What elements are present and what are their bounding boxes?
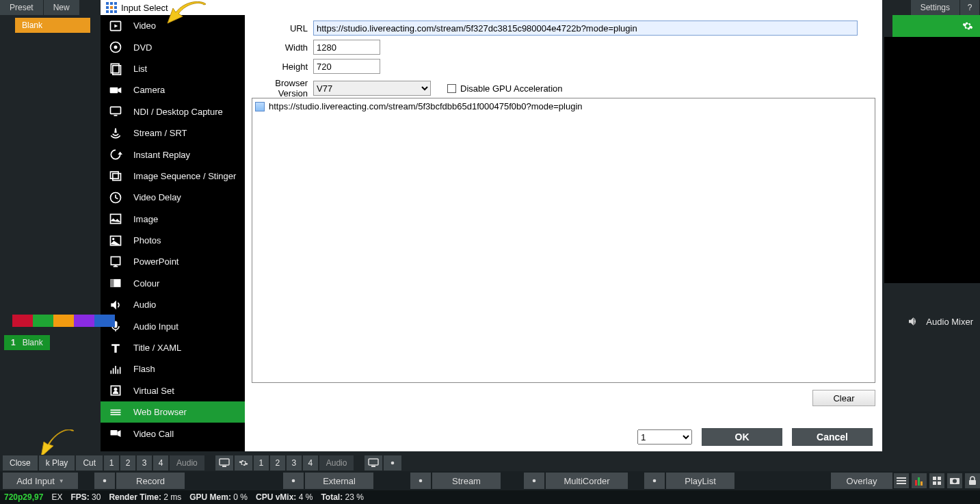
playlist-button[interactable]: PlayList [666,473,734,489]
audio-tab-2[interactable]: Audio [319,455,354,470]
stream-gear[interactable] [410,473,431,489]
sidebar-item-stream-srt[interactable]: Stream / SRT [101,122,245,144]
color-swatch[interactable] [94,315,115,327]
sidebar-item-video[interactable]: Video [101,15,245,36]
quickplay-tab[interactable]: k Play [39,455,75,470]
sidebar-item-ndi-desktop-capture[interactable]: NDI / Desktop Capture [101,101,245,122]
input-chip-1[interactable]: 1 Blank [4,335,50,350]
color-swatch[interactable] [33,315,53,327]
sidebar-item-video-delay[interactable]: Video Delay [101,187,245,208]
height-input[interactable] [313,59,380,74]
dialog-title: Input Select [106,2,168,13]
svg-rect-58 [938,481,941,485]
clear-button[interactable]: Clear [812,390,875,406]
history-listbox[interactable]: https://studio.livereacting.com/stream/5… [252,98,875,383]
sidebar-item-video-call[interactable]: Video Call [101,423,245,444]
stream-button[interactable]: Stream [432,473,501,489]
width-label: Width [252,42,313,53]
url-input[interactable] [313,21,858,36]
history-item[interactable]: https://studio.livereacting.com/stream/5… [255,101,872,111]
svg-rect-31 [115,366,116,374]
sidebar-item-powerpoint[interactable]: PowerPoint [101,251,245,272]
preset-blank-chip[interactable]: Blank [15,18,90,33]
sidebar-item-image[interactable]: Image [101,209,245,230]
overlay-3[interactable]: 3 [287,455,302,470]
monitor-icon-slot-2[interactable] [365,455,382,470]
color-swatch[interactable] [74,315,94,327]
audio-tab[interactable]: Audio [170,455,204,470]
audio-mixer-button[interactable]: Audio Mixer [907,313,980,330]
sidebar-item-camera[interactable]: Camera [101,79,245,101]
sidebar-item-colour[interactable]: Colour [101,273,245,294]
sidebar-item-audio[interactable]: Audio [101,294,245,315]
help-button[interactable]: ? [960,0,979,15]
sidebar-item-list[interactable]: List [101,58,245,79]
list-icon [107,61,124,76]
list-icon[interactable] [894,473,909,488]
add-input-button[interactable]: Add Input [3,473,78,489]
svg-rect-18 [113,174,121,181]
sidebar-item-photos[interactable]: Photos [101,230,245,251]
grid-icon[interactable] [929,473,944,488]
sidebar-item-web-browser[interactable]: Web Browser [101,401,245,423]
record-gear[interactable] [94,473,115,489]
color-swatch[interactable] [12,315,33,327]
sidebar-item-dvd[interactable]: DVD [101,36,245,57]
playlist-gear[interactable] [644,473,665,489]
external-button[interactable]: External [305,473,373,489]
gear-icon-slot-2[interactable] [384,455,401,470]
ok-button[interactable]: OK [702,428,782,446]
svg-rect-43 [371,466,375,467]
overlay-button[interactable]: Overlay [831,473,892,489]
multicorder-gear[interactable] [524,473,544,489]
sidebar-item-virtual-set[interactable]: Virtual Set [101,380,245,401]
output-gear-bar[interactable] [892,15,980,37]
overlay-1[interactable]: 1 [254,455,269,470]
external-gear[interactable] [283,473,304,489]
cut-tab[interactable]: Cut [76,455,103,470]
sidebar-item-flash[interactable]: Flash [101,358,245,380]
sidebar-item-instant-replay[interactable]: Instant Replay [101,144,245,165]
svg-point-35 [114,388,118,391]
svg-rect-32 [118,369,119,374]
svg-rect-14 [110,88,118,93]
gear-icon [100,476,109,486]
speaker-icon [907,315,919,328]
title-xaml-icon [107,341,124,356]
number-select[interactable]: 1 [637,429,692,445]
multicorder-button[interactable]: MultiCorder [546,473,628,489]
gear-icon [416,476,425,486]
dvd-icon [107,40,124,55]
overlay-4[interactable]: 4 [303,455,318,470]
disable-gpu-checkbox[interactable]: Disable GPU Acceleration [447,83,563,94]
checkbox-box-icon [447,84,456,93]
width-input[interactable] [313,40,380,55]
settings-button[interactable]: Settings [911,0,959,15]
browser-version-select[interactable]: V77 [313,81,431,96]
close-tab[interactable]: Close [3,455,38,470]
lock-icon[interactable] [965,473,980,488]
sidebar-item-image-sequence-stinger[interactable]: Image Sequence / Stinger [101,165,245,187]
gear-icon-slot[interactable] [235,455,252,470]
svg-point-44 [103,479,107,483]
sidebar-item-title-xaml[interactable]: Title / XAML [101,337,245,358]
overlay-3[interactable]: 3 [137,455,152,470]
overlay-1[interactable]: 1 [104,455,119,470]
record-button[interactable]: Record [116,473,185,489]
overlay-2[interactable]: 2 [120,455,135,470]
svg-rect-39 [111,430,118,436]
camera-icon[interactable] [947,473,962,488]
monitor-icon [368,458,379,468]
new-button[interactable]: New [44,0,79,15]
monitor-icon-slot[interactable] [215,455,233,470]
colour-icon [107,276,124,291]
bars-icon[interactable] [912,473,927,488]
color-swatch[interactable] [53,315,74,327]
cancel-button[interactable]: Cancel [792,428,873,446]
svg-rect-55 [933,477,936,480]
overlay-2[interactable]: 2 [270,455,285,470]
overlay-4[interactable]: 4 [153,455,168,470]
preset-button[interactable]: Preset [0,0,43,15]
svg-rect-16 [114,115,118,116]
sidebar-item-audio-input[interactable]: Audio Input [101,315,245,336]
